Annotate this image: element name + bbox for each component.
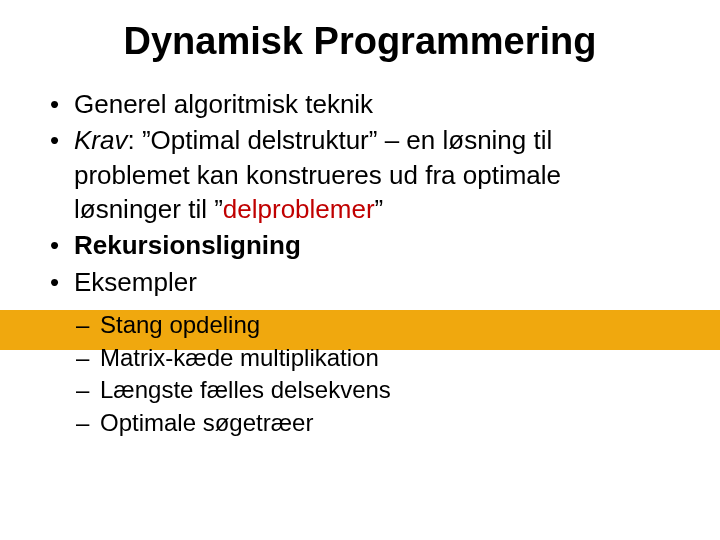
slide: Dynamisk Programmering • Generel algorit…	[0, 20, 720, 540]
sub-text: Optimale søgetræer	[100, 409, 313, 436]
sub-item-1: – Stang opdeling	[72, 309, 674, 342]
slide-content: • Generel algoritmisk teknik • Krav: ”Op…	[0, 87, 720, 439]
dash-icon: –	[76, 407, 89, 440]
bullet-lead: Krav	[74, 125, 127, 155]
dash-icon: –	[76, 309, 89, 342]
bullet-icon: •	[50, 123, 59, 157]
bullet-item-1: • Generel algoritmisk teknik	[46, 87, 674, 121]
sub-text: Matrix-kæde multiplikation	[100, 344, 379, 371]
bullet-sep: :	[127, 125, 141, 155]
sub-list: – Stang opdeling – Matrix-kæde multiplik…	[46, 309, 674, 440]
sub-item-2: – Matrix-kæde multiplikation	[72, 342, 674, 375]
slide-title: Dynamisk Programmering	[0, 20, 720, 63]
dash-icon: –	[76, 342, 89, 375]
bullet-icon: •	[50, 87, 59, 121]
bullet-text-part2: ”	[375, 194, 384, 224]
bullet-text: Generel algoritmisk teknik	[74, 89, 373, 119]
sub-item-4: – Optimale søgetræer	[72, 407, 674, 440]
bullet-icon: •	[50, 228, 59, 262]
sub-item-3: – Længste fælles delsekvens	[72, 374, 674, 407]
bullet-item-3: • Rekursionsligning	[46, 228, 674, 262]
bullet-text: Rekursionsligning	[74, 230, 301, 260]
bullet-text-red: delproblemer	[223, 194, 375, 224]
sub-text: Stang opdeling	[100, 311, 260, 338]
bullet-item-4: • Eksempler	[46, 265, 674, 299]
sub-text: Længste fælles delsekvens	[100, 376, 391, 403]
bullet-icon: •	[50, 265, 59, 299]
bullet-text: Eksempler	[74, 267, 197, 297]
bullet-item-2: • Krav: ”Optimal delstruktur” – en løsni…	[46, 123, 674, 226]
dash-icon: –	[76, 374, 89, 407]
